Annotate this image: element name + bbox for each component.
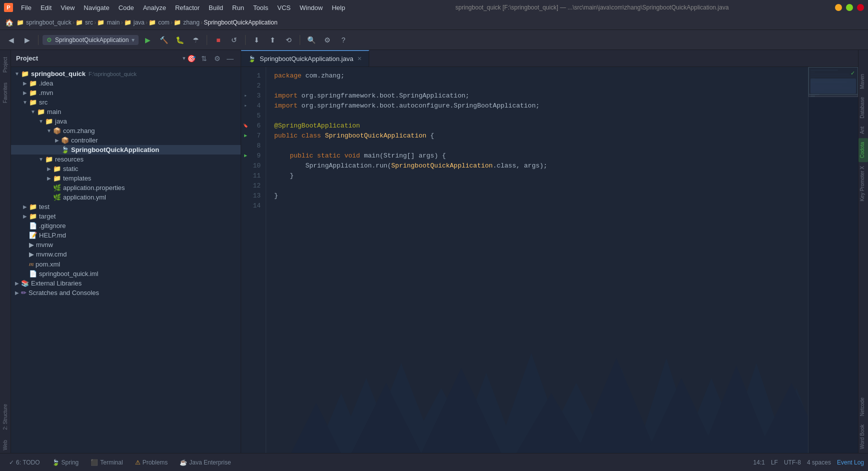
spring-label: Spring	[62, 459, 79, 466]
git-history-button[interactable]: ⟲	[282, 33, 296, 47]
indentation[interactable]: 4 spaces	[807, 459, 831, 466]
git-push-button[interactable]: ⬆	[266, 33, 280, 47]
tree-item-test[interactable]: ▶ 📁 test	[11, 202, 241, 212]
menu-build[interactable]: Build	[205, 2, 227, 13]
menu-edit[interactable]: Edit	[37, 2, 56, 13]
debug-button[interactable]: 🐛	[173, 33, 187, 47]
code-content[interactable]: package com.zhang; import org.springfram…	[266, 67, 808, 453]
right-tab-codota[interactable]: Codota	[858, 138, 868, 162]
encoding[interactable]: UTF-8	[784, 459, 801, 466]
bottom-tab-spring[interactable]: 🍃 Spring	[47, 457, 84, 468]
right-tab-key-promoter[interactable]: Key Promoter X	[858, 162, 868, 206]
right-tab-wordbook[interactable]: Word Book	[858, 420, 868, 453]
left-tab-structure[interactable]: 2: Structure	[2, 401, 9, 433]
tab-springboot-app[interactable]: 🍃 SpringbootQuickApplication.java ✕	[241, 50, 369, 66]
tab-close-button[interactable]: ✕	[357, 56, 362, 62]
fold-icon-4[interactable]: ▸	[244, 101, 247, 111]
search-button[interactable]: 🔍	[304, 33, 318, 47]
panel-locate-button[interactable]: 🎯	[186, 53, 197, 64]
tree-item-target[interactable]: ▶ 📁 target	[11, 212, 241, 221]
tree-item-properties[interactable]: ▶ 🌿 application.properties	[11, 183, 241, 192]
panel-minimize-button[interactable]: —	[225, 53, 236, 64]
tree-item-external-libs[interactable]: ▶ 📚 External Libraries	[11, 278, 241, 288]
forward-button[interactable]: ▶	[20, 33, 34, 47]
coverage-button[interactable]: ☂	[189, 33, 203, 47]
event-log[interactable]: Event Log	[837, 459, 864, 466]
scratch-icon: ✏	[21, 289, 27, 296]
left-tab-web[interactable]: Web	[2, 437, 9, 453]
line-num-14: 14	[241, 201, 266, 211]
right-tab-database[interactable]: Database	[858, 93, 868, 122]
tree-item-iml[interactable]: ▶ 📄 springboot_quick.iml	[11, 269, 241, 278]
tree-item-main[interactable]: ▼ 📁 main	[11, 107, 241, 116]
run-icon-9[interactable]: ▶	[244, 151, 247, 161]
tree-item-gitignore[interactable]: ▶ 📄 .gitignore	[11, 221, 241, 230]
menu-vcs[interactable]: VCS	[273, 2, 295, 13]
tree-arrow-java: ▼	[37, 118, 45, 124]
menu-run[interactable]: Run	[228, 2, 248, 13]
tree-item-scratches[interactable]: ▶ ✏ Scratches and Consoles	[11, 288, 241, 298]
tree-item-controller[interactable]: ▶ 📦 controller	[11, 136, 241, 145]
maximize-button[interactable]	[846, 4, 853, 11]
tree-item-mvnw-cmd[interactable]: ▶ ▶ mvnw.cmd	[11, 250, 241, 259]
git-button[interactable]: ⬇	[250, 33, 264, 47]
tree-item-yaml[interactable]: ▶ 🌿 application.yml	[11, 192, 241, 202]
breadcrumb-item-java[interactable]: 📁 java	[124, 19, 145, 26]
tree-arrow-external-libs: ▶	[13, 280, 21, 286]
breadcrumb-item-zhang[interactable]: 📁 zhang	[174, 19, 200, 26]
tree-item-root[interactable]: ▼ 📁 springboot_quick F:\springboot_quick	[11, 69, 241, 78]
stop-button[interactable]: ■	[211, 33, 225, 47]
run-icon-7[interactable]: ▶	[244, 131, 247, 141]
bottom-tab-java-enterprise[interactable]: ☕ Java Enterprise	[175, 457, 236, 468]
minimize-button[interactable]	[835, 4, 842, 11]
menu-window[interactable]: Window	[296, 2, 327, 13]
menu-refactor[interactable]: Refactor	[171, 2, 204, 13]
tree-label-mvnw-cmd: mvnw.cmd	[36, 250, 67, 258]
right-tab-netcode[interactable]: Netcode	[858, 394, 868, 420]
tree-item-help[interactable]: ▶ 📝 HELP.md	[11, 230, 241, 240]
bottom-tab-terminal[interactable]: ⬛ Terminal	[86, 457, 128, 468]
tree-item-pom[interactable]: ▶ 𝑚 pom.xml	[11, 259, 241, 269]
right-tab-ant[interactable]: Ant	[858, 122, 868, 138]
tree-item-mvn[interactable]: ▶ 📁 .mvn	[11, 88, 241, 98]
settings-button[interactable]: ⚙	[320, 33, 334, 47]
back-button[interactable]: ◀	[4, 33, 18, 47]
folder-icon-test: 📁	[29, 203, 37, 210]
menu-code[interactable]: Code	[115, 2, 138, 13]
right-tab-maven[interactable]: Maven	[858, 70, 868, 93]
tree-item-idea[interactable]: ▶ 📁 .idea	[11, 78, 241, 88]
fold-icon-3[interactable]: ▸	[244, 91, 247, 101]
tree-item-comzhang[interactable]: ▼ 📦 com.zhang	[11, 126, 241, 136]
menu-analyze[interactable]: Analyze	[139, 2, 170, 13]
run-button[interactable]: ▶	[141, 33, 155, 47]
menu-tools[interactable]: Tools	[249, 2, 272, 13]
tree-item-src[interactable]: ▼ 📁 src	[11, 98, 241, 107]
menu-file[interactable]: File	[17, 2, 36, 13]
menu-view[interactable]: View	[57, 2, 79, 13]
reload-button[interactable]: ↺	[227, 33, 241, 47]
bottom-tab-todo[interactable]: ✓ 6: TODO	[4, 457, 45, 468]
left-tab-favorites[interactable]: Favorites	[2, 80, 9, 106]
svg-marker-14	[351, 383, 421, 453]
tree-item-templates[interactable]: ▶ 📁 templates	[11, 174, 241, 183]
breadcrumb-item-class[interactable]: SpringbootQuickApplication	[204, 19, 277, 26]
breadcrumb-item-main[interactable]: 📁 main	[97, 19, 120, 26]
run-config-dropdown[interactable]: ⚙ SpringbootQuickApplication ▾	[43, 35, 139, 45]
help-toolbar-button[interactable]: ?	[336, 33, 350, 47]
bottom-tab-problems[interactable]: ⚠ Problems	[130, 457, 173, 468]
tree-item-resources[interactable]: ▼ 📁 resources	[11, 154, 241, 164]
tree-item-app[interactable]: ▶ 🍃 SpringbootQuickApplication	[11, 145, 241, 154]
breadcrumb-item-project[interactable]: 📁 springboot_quick	[17, 19, 72, 26]
breadcrumb-item-com[interactable]: 📁 com	[149, 19, 170, 26]
left-tab-project[interactable]: Project	[2, 54, 9, 76]
menu-help[interactable]: Help	[328, 2, 349, 13]
tree-item-mvnw[interactable]: ▶ ▶ mvnw	[11, 240, 241, 250]
breadcrumb-item-src[interactable]: 📁 src	[76, 19, 93, 26]
tree-item-static[interactable]: ▶ 📁 static	[11, 164, 241, 174]
menu-navigate[interactable]: Navigate	[80, 2, 113, 13]
build-button[interactable]: 🔨	[157, 33, 171, 47]
tree-item-java[interactable]: ▼ 📁 java	[11, 116, 241, 126]
panel-settings-button[interactable]: ⚙	[212, 53, 223, 64]
panel-scroll-button[interactable]: ⇅	[199, 53, 210, 64]
close-button[interactable]	[857, 4, 864, 11]
